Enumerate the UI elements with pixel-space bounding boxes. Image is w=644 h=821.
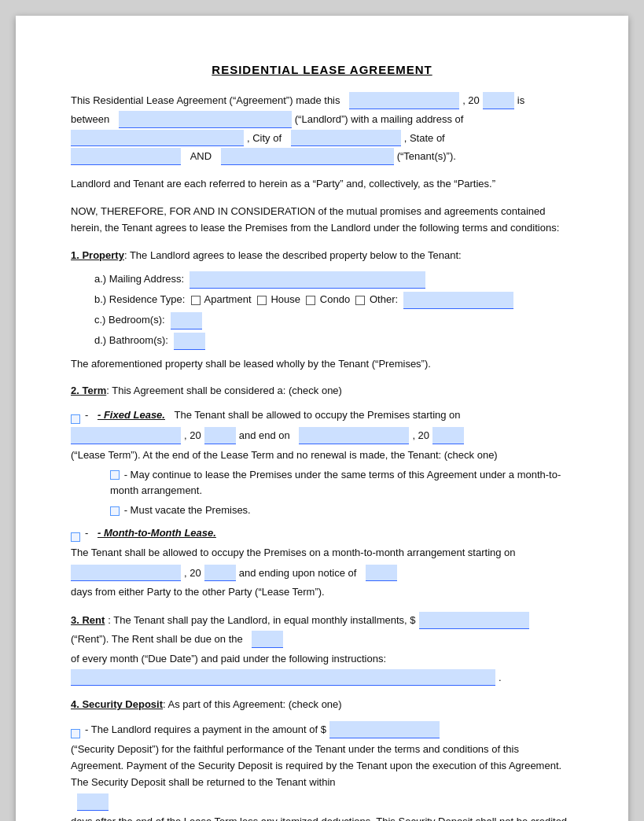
month-start-year-field[interactable] bbox=[204, 565, 236, 582]
bedrooms-field[interactable] bbox=[171, 312, 202, 330]
fixed-lease-text: The Tenant shall be allowed to occupy th… bbox=[175, 407, 461, 424]
section4-opt1-text2: (“Security Deposit”) for the faithful pe… bbox=[71, 742, 573, 790]
section4-text: : As part of this Agreement: (check one) bbox=[163, 698, 342, 710]
section1-b-label: b.) Residence Type: bbox=[94, 293, 185, 305]
month-label: - Month-to-Month Lease. bbox=[98, 525, 216, 542]
state-field[interactable] bbox=[71, 148, 181, 165]
month-notice-days-field[interactable] bbox=[366, 565, 397, 582]
mailing-address-property-field[interactable] bbox=[190, 271, 425, 289]
section3-text3: of every month (“Due Date”) and paid und… bbox=[71, 651, 386, 668]
section1-b-house: House bbox=[270, 293, 300, 305]
month-to-month-option: - - Month-to-Month Lease. The Tenant sha… bbox=[71, 525, 573, 601]
section3-text2: (“Rent”). The Rent shall be due on the bbox=[71, 631, 243, 648]
parties-note-text: Landlord and Tenant are each referred to… bbox=[71, 176, 573, 193]
fixed-option2: - Must vacate the Premises. bbox=[110, 503, 573, 519]
fixed-start-date-field[interactable] bbox=[71, 427, 181, 444]
other-type-field[interactable] bbox=[403, 292, 513, 309]
fixed-comma1: , 20 bbox=[184, 428, 201, 444]
section1-block: 1. Property: The Landlord agrees to leas… bbox=[71, 248, 573, 373]
section1-b-apartment: Apartment bbox=[204, 293, 252, 305]
section1-a-label: a.) Mailing Address: bbox=[94, 273, 184, 285]
section1-d-label: d.) Bathroom(s): bbox=[94, 334, 168, 346]
landlord-name-field[interactable] bbox=[119, 111, 292, 128]
fixed-lease-label: - Fixed Lease. bbox=[98, 407, 165, 424]
intro-block: This Residential Lease Agreement (“Agree… bbox=[71, 92, 573, 165]
rent-due-date-field[interactable] bbox=[252, 631, 283, 648]
section4-option1: - The Landlord requires a payment in the… bbox=[71, 721, 573, 821]
section2-heading: 2. Term bbox=[71, 385, 106, 396]
section3-text4: . bbox=[499, 670, 502, 687]
continue-lease-text: - May continue to lease the Premises und… bbox=[110, 469, 561, 497]
fixed-end-date-field[interactable] bbox=[299, 427, 409, 444]
payment-instructions-field[interactable] bbox=[71, 669, 495, 687]
fixed-and-end: and end on bbox=[239, 428, 290, 444]
year-field[interactable] bbox=[483, 92, 514, 109]
section2-block: 2. Term: This Agreement shall be conside… bbox=[71, 383, 573, 601]
fixed-lease-text5: (“Lease Term”). At the end of the Lease … bbox=[71, 447, 498, 464]
date-field[interactable] bbox=[349, 92, 459, 109]
fixed-option1: - May continue to lease the Premises und… bbox=[110, 467, 573, 500]
fixed-start-year-field[interactable] bbox=[204, 427, 236, 444]
section4-opt1-text: - The Landlord requires a payment in the… bbox=[85, 722, 326, 738]
section3-text: : The Tenant shall pay the Landlord, in … bbox=[108, 613, 415, 629]
section3-block: 3. Rent: The Tenant shall pay the Landlo… bbox=[71, 612, 573, 686]
security-deposit-days-field[interactable] bbox=[77, 793, 109, 811]
intro-text-3b: , State of bbox=[404, 131, 445, 147]
apartment-checkbox[interactable] bbox=[191, 296, 201, 305]
parties-note: Landlord and Tenant are each referred to… bbox=[71, 176, 573, 193]
bathrooms-field[interactable] bbox=[174, 333, 205, 350]
month-start-date-field[interactable] bbox=[71, 565, 181, 582]
vacate-checkbox[interactable] bbox=[110, 506, 120, 516]
consideration-block: NOW, THEREFORE, FOR AND IN CONSIDERATION… bbox=[71, 204, 573, 237]
month-comma: , 20 bbox=[184, 565, 201, 582]
section4-opt1-text3: days after the end of the Lease Term les… bbox=[71, 814, 573, 821]
consideration-text: NOW, THEREFORE, FOR AND IN CONSIDERATION… bbox=[71, 204, 573, 237]
fixed-lease-option: - - Fixed Lease. The Tenant shall be all… bbox=[71, 407, 573, 519]
security-deposit-required-checkbox[interactable] bbox=[71, 729, 80, 738]
section1-closing: The aforementioned property shall be lea… bbox=[71, 356, 573, 373]
intro-text-2a: between bbox=[71, 112, 109, 128]
month-ending-text: and ending upon notice of bbox=[239, 565, 357, 582]
section1-b-other: Other: bbox=[370, 293, 398, 305]
section1-a: a.) Mailing Address: bbox=[94, 271, 573, 289]
month-dash: - bbox=[85, 525, 88, 542]
fixed-lease-checkbox[interactable] bbox=[71, 414, 80, 424]
month-text4: days from either Party to the other Part… bbox=[71, 584, 325, 601]
section1-d: d.) Bathroom(s): bbox=[94, 333, 573, 350]
fixed-comma2: , 20 bbox=[412, 428, 429, 444]
section1-c-label: c.) Bedroom(s): bbox=[94, 314, 165, 326]
fixed-end-year-field[interactable] bbox=[432, 427, 464, 444]
section1-heading: 1. Property bbox=[71, 249, 124, 261]
rent-amount-field[interactable] bbox=[419, 612, 529, 629]
intro-text-4a: AND bbox=[190, 149, 212, 165]
tenant-name-field[interactable] bbox=[221, 148, 394, 165]
section1-text: : The Landlord agrees to lease the descr… bbox=[124, 249, 462, 261]
document-title: RESIDENTIAL LEASE AGREEMENT bbox=[71, 63, 573, 76]
month-lease-checkbox[interactable] bbox=[71, 532, 80, 542]
section4-heading: 4. Security Deposit bbox=[71, 698, 163, 710]
section2-text: : This Agreement shall be considered a: … bbox=[106, 385, 342, 396]
section4-block: 4. Security Deposit: As part of this Agr… bbox=[71, 697, 573, 821]
intro-text-1c: is bbox=[517, 93, 524, 109]
section1-b-condo: Condo bbox=[320, 293, 350, 305]
mailing-address-field[interactable] bbox=[71, 130, 244, 147]
intro-text-3a: , City of bbox=[247, 131, 282, 147]
condo-checkbox[interactable] bbox=[306, 296, 315, 305]
continue-lease-checkbox[interactable] bbox=[110, 470, 120, 480]
other-checkbox[interactable] bbox=[355, 296, 365, 305]
section3-heading: 3. Rent bbox=[71, 613, 105, 629]
fixed-lease-dash: - bbox=[85, 407, 88, 424]
section1-b: b.) Residence Type: Apartment House Cond… bbox=[94, 292, 573, 309]
document-page: RESIDENTIAL LEASE AGREEMENT This Residen… bbox=[16, 16, 628, 821]
security-deposit-amount-field[interactable] bbox=[329, 721, 440, 738]
section1-c: c.) Bedroom(s): bbox=[94, 312, 573, 330]
intro-text-1a: This Residential Lease Agreement (“Agree… bbox=[71, 93, 340, 109]
house-checkbox[interactable] bbox=[257, 296, 267, 305]
vacate-text: - Must vacate the Premises. bbox=[124, 504, 251, 516]
month-text: The Tenant shall be allowed to occupy th… bbox=[71, 545, 516, 561]
intro-text-2b: (“Landlord”) with a mailing address of bbox=[295, 112, 464, 128]
intro-text-1b: , 20 bbox=[462, 93, 480, 109]
city-field[interactable] bbox=[291, 130, 401, 147]
intro-text-4b: (“Tenant(s)”). bbox=[397, 149, 456, 165]
